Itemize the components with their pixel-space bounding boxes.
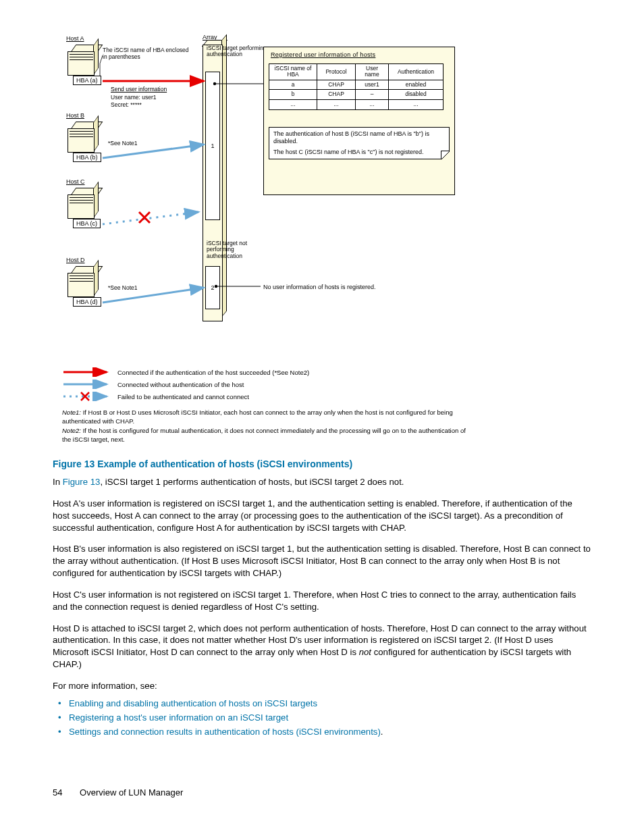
host-b-note: *See Note1	[108, 140, 137, 147]
host-b: Host B	[68, 122, 99, 154]
host-d-note: *See Note1	[108, 285, 137, 292]
user-name-line: User name: user1	[111, 95, 157, 101]
legend-2-text: Connected without authentication of the …	[117, 381, 244, 388]
diagram-notes: Note1: If Host B or Host D uses Microsof…	[62, 408, 474, 444]
th-auth: Authentication	[389, 64, 444, 80]
target-2: 2	[205, 266, 220, 309]
hba-b: HBA (b)	[73, 153, 101, 162]
registered-info-panel: Registered user information of hosts iSC…	[263, 47, 455, 195]
note1-label: Note1:	[62, 409, 81, 416]
send-user-info: Send user information	[111, 86, 167, 93]
info-note-c: The host C (iSCSI name of HBA is "c") is…	[273, 149, 445, 156]
th-proto: Protocol	[317, 64, 356, 80]
info-note-b: The authentication of host B (iSCSI name…	[273, 130, 445, 146]
svg-line-4	[139, 212, 150, 223]
host-a-label: Host A	[66, 35, 84, 42]
target-1-note: iSCSI target performing authentication	[207, 45, 267, 58]
host-c: Host C	[68, 188, 99, 220]
legend-red-arrow-icon	[62, 367, 111, 377]
para-host-a: Host A's user information is registered …	[53, 498, 591, 533]
host-d-label: Host D	[66, 257, 85, 263]
svg-line-2	[103, 212, 198, 224]
corner-fold-icon	[441, 151, 450, 159]
hba-d: HBA (d)	[73, 297, 101, 307]
legend-blue-arrow-icon	[62, 380, 111, 389]
more-info-label: For more information, see:	[53, 680, 591, 692]
info-panel-title: Registered user information of hosts	[271, 51, 375, 58]
para-host-d: Host D is attached to iSCSI target 2, wh…	[53, 623, 591, 671]
th-iscsi: iSCSI name of HBA	[269, 64, 317, 80]
table-row: b CHAP – disabled	[269, 90, 444, 100]
svg-line-3	[139, 212, 150, 223]
target-1: 1	[205, 72, 220, 220]
table-row: ... ... ... ...	[269, 100, 444, 110]
link-registering[interactable]: Registering a host's user information on…	[53, 710, 591, 725]
diagram: Array iSCSI target performing authentica…	[61, 34, 574, 358]
para-host-c: Host C's user information is not registe…	[53, 589, 591, 613]
secret-line: Secret: *****	[111, 102, 142, 109]
hba-c: HBA (c)	[73, 219, 101, 228]
more-info-links: Enabling and disabling authentication of…	[53, 696, 591, 739]
para-host-b: Host B's user information is also regist…	[53, 543, 591, 579]
info-table: iSCSI name of HBA Protocol User name Aut…	[269, 63, 444, 110]
link-enabling[interactable]: Enabling and disabling authentication of…	[53, 696, 591, 710]
th-user: User name	[356, 64, 389, 80]
host-d: Host D	[68, 266, 99, 298]
no-user-info-note: No user information of hosts is register…	[263, 284, 376, 290]
figure-13-link[interactable]: Figure 13	[63, 477, 101, 487]
info-note-box: The authentication of host B (iSCSI name…	[269, 127, 450, 159]
legend-1-text: Connected if the authentication of the h…	[117, 369, 309, 376]
hba-caption: The iSCSI name of HBA enclosed in parent…	[103, 47, 190, 61]
table-row: a CHAP user1 enabled	[269, 80, 444, 90]
note1-text: If Host B or Host D uses Microsoft iSCSI…	[62, 409, 453, 425]
target-2-note: iSCSI target not performing authenticati…	[207, 240, 267, 259]
page-footer: 54 Overview of LUN Manager	[53, 787, 591, 798]
figure-caption: Figure 13 Example of authentication of h…	[53, 459, 591, 469]
intro-paragraph: In Figure 13, iSCSI target 1 performs au…	[53, 476, 591, 488]
note2-label: Note2:	[62, 427, 81, 434]
host-a: Host A	[68, 45, 99, 77]
host-c-label: Host C	[66, 178, 85, 185]
hba-a: HBA (a)	[73, 76, 101, 85]
footer-title: Overview of LUN Manager	[80, 787, 183, 798]
page-number: 54	[53, 787, 62, 798]
host-b-label: Host B	[66, 112, 84, 119]
link-settings[interactable]: Settings and connection results in authe…	[53, 725, 591, 739]
legend: Connected if the authentication of the h…	[62, 367, 591, 401]
legend-3-text: Failed to be authenticated and cannot co…	[117, 393, 249, 400]
legend-fail-icon	[62, 392, 111, 401]
note2-text: If the host is configured for mutual aut…	[62, 427, 466, 443]
